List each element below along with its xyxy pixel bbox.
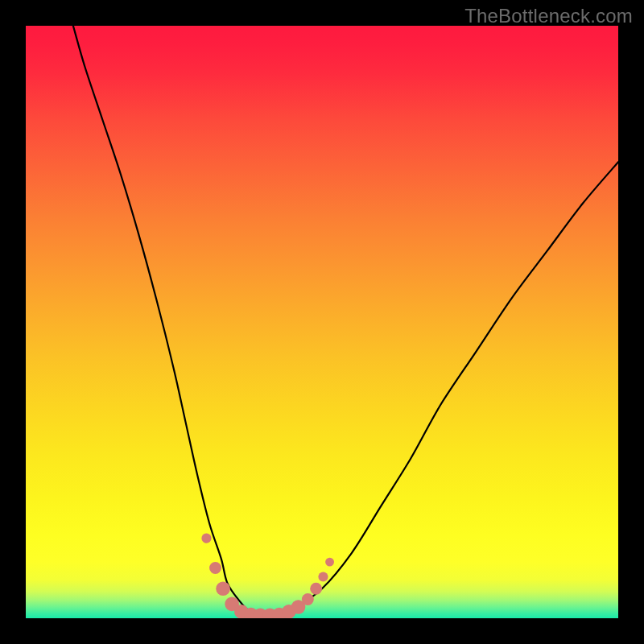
watermark-label: TheBottleneck.com <box>464 5 633 27</box>
marker-dot <box>325 558 334 567</box>
plot-area <box>26 26 618 618</box>
marker-dot <box>310 583 322 595</box>
chart-svg <box>26 26 618 618</box>
marker-dot <box>209 562 221 574</box>
marker-dot <box>216 581 230 596</box>
marker-dot <box>318 572 328 581</box>
gradient-background <box>26 26 618 618</box>
chart-frame: TheBottleneck.com <box>0 0 644 644</box>
marker-dot <box>201 534 211 543</box>
marker-dot <box>302 593 314 605</box>
